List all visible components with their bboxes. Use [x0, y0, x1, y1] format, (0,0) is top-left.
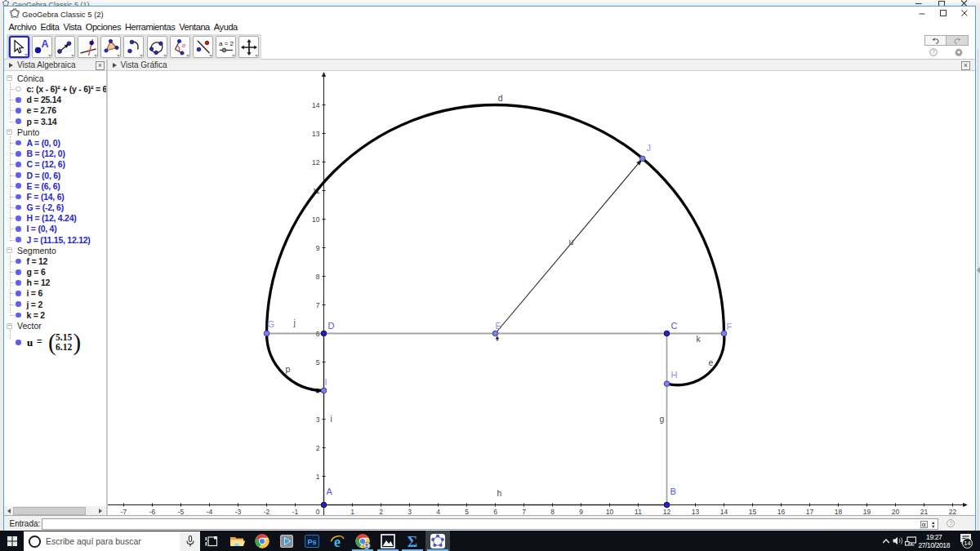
algebra-item[interactable]: k = 2: [4, 309, 106, 320]
algebra-item[interactable]: e = 2.76: [4, 105, 106, 116]
algebra-group-segmento[interactable]: −Segmento: [4, 245, 106, 256]
visible-object-icon[interactable]: [16, 162, 21, 167]
collapse-minus-icon[interactable]: −: [7, 129, 12, 135]
close-button[interactable]: [954, 7, 975, 21]
algebra-view-close-icon[interactable]: ×: [96, 61, 105, 70]
visible-object-icon[interactable]: [16, 291, 21, 296]
algebra-item[interactable]: i = 6: [4, 288, 106, 299]
algebra-item[interactable]: G = (-2, 6): [4, 202, 106, 212]
algebra-item[interactable]: j = 2: [4, 299, 106, 309]
algebra-item[interactable]: h = 12: [4, 278, 106, 288]
visible-object-icon[interactable]: [16, 269, 21, 275]
menu-archivo[interactable]: Archivo: [7, 22, 38, 32]
algebra-view[interactable]: −Cónicac: (x - 6)² + (y - 6)² = 64d = 25…: [4, 71, 106, 515]
algebra-group-punto[interactable]: −Punto: [4, 127, 106, 137]
tool-circle-three-points[interactable]: [147, 36, 167, 58]
algebra-item[interactable]: c: (x - 6)² + (y - 6)² = 64: [4, 83, 106, 94]
visible-object-icon[interactable]: [16, 118, 21, 124]
title-bar[interactable]: GeoGebra Classic 5 (2): [4, 7, 975, 21]
start-button[interactable]: [0, 531, 24, 551]
collapse-triangle-icon[interactable]: [113, 63, 117, 68]
collapse-triangle-icon[interactable]: [9, 63, 13, 68]
visible-object-icon[interactable]: [16, 151, 21, 157]
visible-object-icon[interactable]: [16, 108, 21, 113]
taskbar-task-view[interactable]: [199, 531, 224, 551]
taskbar-geogebra[interactable]: [425, 531, 450, 551]
tool-reflect-about-line[interactable]: [193, 36, 213, 58]
tool-dropdown-icon[interactable]: [71, 55, 74, 57]
taskbar-photos[interactable]: [376, 531, 400, 551]
redo-button[interactable]: [947, 35, 969, 46]
taskbar-sigma[interactable]: Σ: [400, 531, 425, 551]
algebra-item[interactable]: C = (12, 6): [4, 159, 106, 170]
visible-object-icon[interactable]: [16, 194, 21, 200]
taskbar-movies-tv[interactable]: [274, 531, 299, 551]
tool-dropdown-icon[interactable]: [232, 55, 235, 57]
visible-object-icon[interactable]: [16, 226, 21, 232]
volume-icon[interactable]: [893, 536, 903, 545]
visible-object-icon[interactable]: [16, 97, 21, 103]
collapse-minus-icon[interactable]: −: [7, 247, 12, 253]
visible-object-icon[interactable]: [16, 313, 21, 318]
tool-angle[interactable]: α: [170, 36, 190, 58]
algebra-item[interactable]: H = (12, 4.24): [4, 213, 106, 224]
scrollbar-thumb[interactable]: [13, 507, 86, 515]
algebra-item[interactable]: D = (0, 6): [4, 170, 106, 180]
visible-object-icon[interactable]: [16, 301, 21, 307]
algebra-item[interactable]: f = 12: [4, 256, 106, 266]
tool-line-two-points[interactable]: [55, 36, 75, 58]
algebra-item[interactable]: p = 3.14: [4, 116, 106, 127]
taskbar-clock[interactable]: 19:27 27/10/2018: [918, 533, 950, 549]
input-help-icon[interactable]: ?: [947, 519, 955, 527]
menu-ventana[interactable]: Ventana: [177, 22, 212, 32]
taskbar-internet-explorer[interactable]: e: [325, 531, 350, 551]
tool-move-cursor[interactable]: [9, 36, 29, 58]
algebra-item[interactable]: g = 6: [4, 267, 106, 278]
algebra-item[interactable]: d = 25.14: [4, 95, 106, 105]
tool-dropdown-icon[interactable]: [140, 55, 143, 57]
algebra-item[interactable]: I = (0, 4): [4, 224, 106, 234]
tool-dropdown-icon[interactable]: [209, 55, 212, 57]
collapse-minus-icon[interactable]: −: [7, 75, 12, 81]
tool-dropdown-icon[interactable]: [163, 55, 167, 57]
menu-vista[interactable]: Vista: [61, 22, 83, 32]
microphone-icon[interactable]: [180, 531, 200, 551]
algebra-item[interactable]: F = (14, 6): [4, 191, 106, 202]
visible-object-icon[interactable]: [16, 280, 21, 286]
input-spinner[interactable]: ▲▼: [931, 521, 935, 528]
menu-herramientas[interactable]: Herramientas: [123, 22, 177, 32]
taskbar-photoshop[interactable]: Ps: [300, 531, 324, 551]
tool-slider[interactable]: a = 2: [216, 36, 236, 58]
tool-perpendicular-line[interactable]: [78, 36, 98, 58]
notifications-icon[interactable]: 14: [960, 533, 973, 549]
minimize-button[interactable]: [911, 7, 933, 21]
tool-dropdown-icon[interactable]: [255, 55, 258, 57]
collapse-minus-icon[interactable]: −: [7, 323, 12, 329]
visible-object-icon[interactable]: [16, 216, 21, 221]
graphics-view-header[interactable]: Vista Gráfica ×: [108, 60, 976, 71]
visible-object-icon[interactable]: [16, 140, 21, 146]
scroll-right-icon[interactable]: [96, 506, 105, 515]
alpha-button[interactable]: α: [920, 521, 928, 528]
undo-button[interactable]: [924, 35, 947, 46]
scroll-left-icon[interactable]: [4, 506, 13, 515]
tool-dropdown-icon[interactable]: [186, 55, 189, 57]
input-field[interactable]: α ▲▼: [42, 518, 938, 530]
tool-polygon[interactable]: [100, 36, 121, 58]
tool-point[interactable]: A: [32, 36, 52, 58]
settings-gear-icon[interactable]: [955, 48, 963, 56]
visible-object-icon[interactable]: [16, 205, 21, 211]
tool-move-graphics-view[interactable]: [238, 36, 259, 58]
tool-dropdown-icon[interactable]: [24, 54, 28, 56]
menu-ayuda[interactable]: Ayuda: [212, 22, 239, 32]
network-icon[interactable]: [905, 536, 916, 546]
visible-object-icon[interactable]: [16, 172, 21, 178]
algebra-view-header[interactable]: Vista Algebraica ×: [4, 60, 106, 71]
algebra-item[interactable]: A = (0, 0): [4, 137, 106, 148]
algebra-item[interactable]: J = (11.15, 12.12): [4, 234, 106, 245]
tool-dropdown-icon[interactable]: [94, 55, 97, 57]
tool-circular-arc[interactable]: [123, 36, 144, 58]
tool-dropdown-icon[interactable]: [48, 55, 51, 57]
help-icon[interactable]: ?: [929, 48, 938, 56]
tool-dropdown-icon[interactable]: [117, 55, 120, 57]
